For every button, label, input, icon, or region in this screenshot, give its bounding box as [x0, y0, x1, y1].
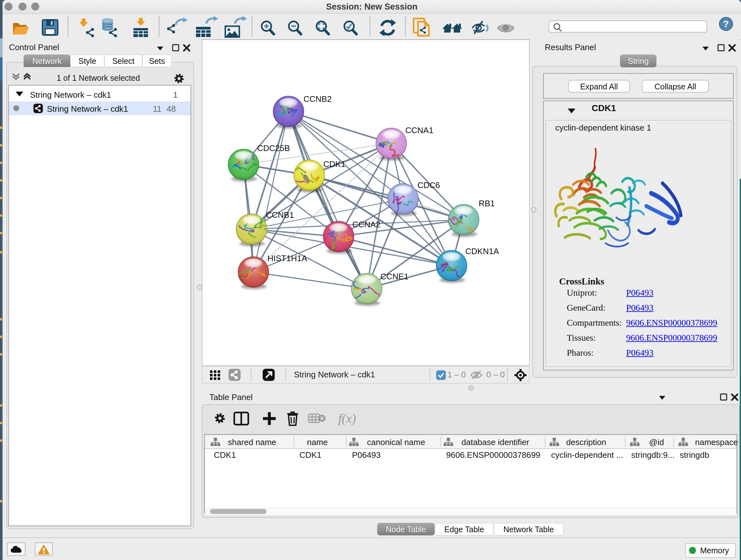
svg-text:CCNB2: CCNB2 — [304, 94, 332, 104]
svg-text:HIST1H1A: HIST1H1A — [267, 253, 307, 263]
svg-text:CDC6: CDC6 — [417, 180, 440, 190]
svg-text:CCNA2: CCNA2 — [352, 220, 381, 229]
svg-text:CCNA1: CCNA1 — [405, 125, 433, 135]
svg-text:CDKN1A: CDKN1A — [465, 246, 499, 256]
svg-text:CCNE1: CCNE1 — [381, 272, 408, 281]
svg-text:CDK1: CDK1 — [323, 159, 345, 169]
svg-text:CDC25B: CDC25B — [257, 143, 290, 153]
svg-text:CCNB1: CCNB1 — [266, 210, 294, 220]
svg-text:RB1: RB1 — [479, 199, 495, 208]
